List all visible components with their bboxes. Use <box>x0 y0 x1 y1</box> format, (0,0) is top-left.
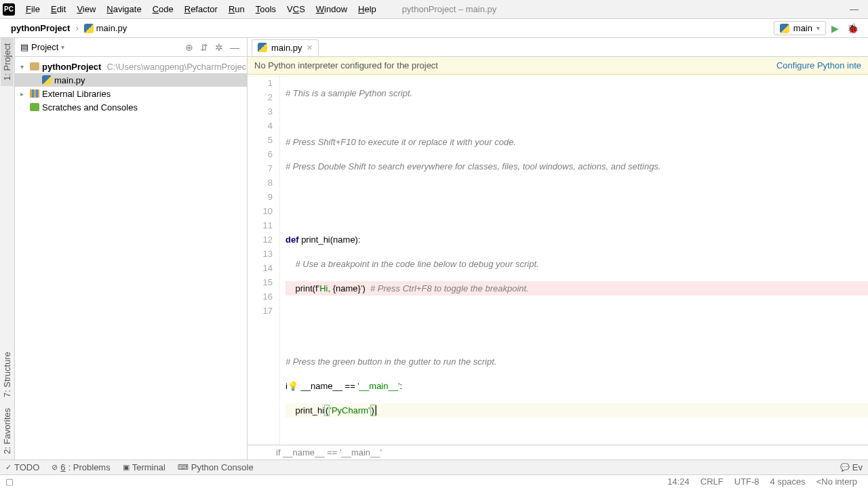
line-number[interactable]: 5 <box>248 133 273 147</box>
tree-node-path: C:\Users\wangpeng\PycharmProjec <box>106 62 246 72</box>
tool-tab-structure[interactable]: 7: Structure <box>1 346 14 403</box>
tool-tab-problems[interactable]: ⊘6: Problems <box>52 462 110 472</box>
project-view-selector[interactable]: ▤ Project ▾ <box>20 42 64 52</box>
status-cursor-position[interactable]: 14:24 <box>662 476 695 487</box>
menu-tools[interactable]: Tools <box>250 2 281 16</box>
line-number[interactable]: 7 <box>248 161 273 176</box>
editor-area: main.py ✕ No Python interpreter configur… <box>248 38 868 460</box>
app-logo: PC <box>3 3 15 16</box>
status-interpreter[interactable]: <No interp <box>811 476 863 487</box>
folder-icon <box>30 62 39 70</box>
intention-bulb-icon[interactable]: 💡 <box>288 381 298 391</box>
menu-code[interactable]: Code <box>147 2 179 16</box>
code-content[interactable]: # This is a sample Python script. # Pres… <box>280 75 868 445</box>
line-number[interactable]: 17 <box>248 304 273 318</box>
menu-help[interactable]: Help <box>353 2 382 16</box>
project-tool-window: ▤ Project ▾ ⊕ ⇵ ✲ — ▾ pythonProject C:\U… <box>15 38 248 460</box>
line-number[interactable]: 14 <box>248 261 273 275</box>
status-indent[interactable]: 4 spaces <box>765 476 811 487</box>
line-number[interactable]: 15 <box>248 275 273 289</box>
line-number[interactable]: 10 <box>248 204 273 218</box>
tool-tab-python-console[interactable]: ⌨Python Console <box>178 462 254 472</box>
menubar: PC File Edit View Navigate Code Refactor… <box>0 0 868 19</box>
expand-all-button[interactable]: ⇵ <box>198 42 210 53</box>
project-icon: ▤ <box>20 42 28 52</box>
interpreter-banner: No Python interpreter configured for the… <box>248 57 868 75</box>
menu-vcs[interactable]: VCS <box>281 2 311 16</box>
expand-icon[interactable]: ▾ <box>20 63 27 70</box>
tree-node-scratches[interactable]: Scratches and Consoles <box>15 100 247 114</box>
line-number[interactable]: 9 <box>248 190 273 204</box>
project-tool-title: Project <box>31 42 58 52</box>
tree-node-external-libraries[interactable]: ▸ External Libraries <box>15 87 247 100</box>
breadcrumb-project[interactable]: pythonProject <box>7 22 74 35</box>
project-tool-header: ▤ Project ▾ ⊕ ⇵ ✲ — <box>15 38 247 57</box>
menu-navigate[interactable]: Navigate <box>101 2 146 16</box>
tool-tab-favorites[interactable]: 2: Favorites <box>1 403 14 460</box>
banner-link[interactable]: Configure Python inte <box>776 60 861 70</box>
tool-tab-terminal[interactable]: ▣Terminal <box>123 462 165 472</box>
status-line-separator[interactable]: CRLF <box>695 476 729 487</box>
menu-refactor[interactable]: Refactor <box>179 2 223 16</box>
menu-file[interactable]: File <box>20 2 45 16</box>
tree-node-label: main.py <box>54 75 85 85</box>
tree-node-label: External Libraries <box>42 89 111 99</box>
menu-window[interactable]: Window <box>311 2 353 16</box>
line-number[interactable]: 11 <box>248 218 273 232</box>
line-number[interactable]: 16 <box>248 289 273 304</box>
python-icon <box>780 24 789 33</box>
editor-tabs: main.py ✕ <box>248 38 868 57</box>
editor-gutter[interactable]: 1 2 3 4 5 6 7 8 9 10 11 12 13 14 15 16 1… <box>248 75 280 445</box>
close-icon[interactable]: ✕ <box>307 43 313 52</box>
python-file-icon <box>258 43 267 52</box>
python-console-icon: ⌨ <box>178 463 189 472</box>
minimize-button[interactable]: — <box>843 4 865 14</box>
menu-view[interactable]: View <box>71 2 101 16</box>
breadcrumb-scope: if __name__ == '__main__' <box>276 447 382 458</box>
menu-edit[interactable]: Edit <box>45 2 71 16</box>
tree-node-main-py[interactable]: main.py <box>15 73 247 87</box>
breadcrumb-file[interactable]: main.py <box>80 22 132 35</box>
event-log-icon: 💬 <box>840 463 850 472</box>
terminal-icon: ▣ <box>123 463 130 472</box>
editor-tab-label: main.py <box>271 43 302 53</box>
window-title: pythonProject – main.py <box>402 4 496 14</box>
status-encoding[interactable]: UTF-8 <box>729 476 765 487</box>
locate-button[interactable]: ⊕ <box>183 42 195 53</box>
chevron-down-icon: ▾ <box>61 43 64 51</box>
menu-run[interactable]: Run <box>223 2 250 16</box>
line-number[interactable]: 13 <box>248 247 273 261</box>
scratch-icon <box>30 103 39 111</box>
left-tool-stripe: 1: Project 7: Structure 2: Favorites <box>0 38 15 460</box>
editor-tab-main-py[interactable]: main.py ✕ <box>252 39 319 56</box>
tool-tab-event-log[interactable]: 💬Ev <box>840 462 863 472</box>
python-file-icon <box>84 24 94 33</box>
run-config-name: main <box>793 23 812 33</box>
tree-node-project-root[interactable]: ▾ pythonProject C:\Users\wangpeng\Pychar… <box>15 60 247 73</box>
settings-button[interactable]: ✲ <box>213 42 225 53</box>
python-file-icon <box>42 75 52 85</box>
tool-window-toggle[interactable]: ▢ <box>5 476 14 487</box>
run-button[interactable]: ▶ <box>829 23 842 34</box>
problems-icon: ⊘ <box>52 463 58 472</box>
tree-node-label: pythonProject <box>42 62 101 72</box>
expand-icon[interactable]: ▸ <box>20 90 27 98</box>
tool-tab-todo[interactable]: ✓TODO <box>5 462 39 472</box>
banner-text: No Python interpreter configured for the… <box>254 60 438 70</box>
editor-breadcrumb[interactable]: if __name__ == '__main__' <box>248 445 868 460</box>
line-number[interactable]: 1 <box>248 76 273 90</box>
run-config-selector[interactable]: main ▾ <box>774 21 826 35</box>
line-number[interactable]: 2 <box>248 90 273 104</box>
debug-button[interactable]: 🐞 <box>844 23 861 34</box>
line-number[interactable]: 8 <box>248 176 273 190</box>
line-number[interactable]: 4 <box>248 119 273 133</box>
code-editor[interactable]: 1 2 3 4 5 6 7 8 9 10 11 12 13 14 15 16 1… <box>248 75 868 445</box>
status-bar: ▢ 14:24 CRLF UTF-8 4 spaces <No interp <box>0 474 868 488</box>
tool-tab-project[interactable]: 1: Project <box>1 38 14 86</box>
hide-button[interactable]: — <box>228 42 241 53</box>
chevron-down-icon: ▾ <box>816 24 820 32</box>
line-number[interactable]: 3 <box>248 104 273 119</box>
line-number[interactable]: 12 <box>248 232 273 247</box>
project-tree[interactable]: ▾ pythonProject C:\Users\wangpeng\Pychar… <box>15 57 247 460</box>
line-number[interactable]: 6 <box>248 147 273 161</box>
